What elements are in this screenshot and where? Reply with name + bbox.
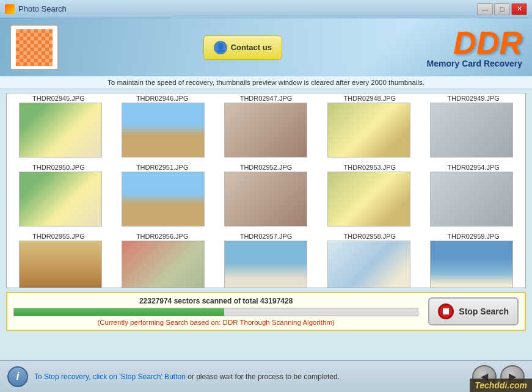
progress-bar-fill	[14, 308, 224, 316]
contact-label: Contact us	[231, 43, 272, 52]
thumb-image	[327, 241, 410, 288]
thumb-image	[122, 103, 205, 158]
stop-square	[443, 308, 449, 314]
thumb-item[interactable]	[214, 241, 317, 288]
checker-icon	[16, 29, 53, 66]
title-controls: — □ ✕	[477, 3, 527, 15]
thumb-filename-label: THDR02945.JPG	[7, 93, 111, 103]
info-bar: To maintain the speed of recovery, thumb…	[0, 76, 532, 89]
thumb-filename-label: THDR02946.JPG	[111, 93, 214, 103]
thumb-filename-label: THDR02959.JPG	[421, 231, 525, 241]
thumb-filename-label: THDR02953.JPG	[318, 162, 421, 172]
thumb-image	[224, 172, 307, 227]
thumb-image	[327, 103, 410, 158]
thumb-filename-label: THDR02954.JPG	[421, 162, 525, 172]
thumb-filename-label: THDR02958.JPG	[318, 231, 421, 241]
info-text: To maintain the speed of recovery, thumb…	[107, 79, 425, 86]
progress-area: 22327974 sectors scanned of total 431974…	[6, 292, 526, 331]
thumb-item[interactable]	[112, 241, 214, 288]
maximize-button[interactable]: □	[494, 3, 510, 15]
title-bar: Photo Search — □ ✕	[0, 0, 532, 18]
thumbnails-panel: THDR02945.JPGTHDR02946.JPGTHDR02947.JPGT…	[6, 93, 526, 288]
thumb-filename-label: THDR02955.JPG	[7, 231, 111, 241]
thumb-item[interactable]	[420, 172, 523, 227]
thumb-image	[19, 103, 102, 158]
thumb-image	[122, 172, 205, 227]
thumb-image	[430, 103, 513, 158]
brand-ddr: DDR	[427, 27, 522, 59]
close-button[interactable]: ✕	[511, 3, 527, 15]
info-icon: i	[7, 366, 28, 387]
stop-search-label: Stop Search	[459, 307, 509, 316]
thumb-filename-label: THDR02949.JPG	[421, 93, 525, 103]
thumb-item[interactable]	[318, 103, 420, 158]
stop-link-text: To Stop recovery, click on 'Stop Search'…	[34, 372, 186, 381]
thumb-image	[224, 241, 307, 288]
thumb-image	[224, 103, 307, 158]
thumb-image	[19, 241, 102, 288]
progress-bar-container	[13, 308, 418, 316]
progress-sectors-text: 22327974 sectors scanned of total 431974…	[13, 297, 418, 305]
title-text: Photo Search	[18, 4, 67, 13]
stop-search-button[interactable]: Stop Search	[428, 297, 519, 325]
thumb-image	[327, 172, 410, 227]
thumb-image	[430, 172, 513, 227]
thumb-item[interactable]	[9, 103, 112, 158]
thumb-item[interactable]	[214, 172, 317, 227]
thumb-filename-label: THDR02950.JPG	[7, 162, 111, 172]
thumb-item[interactable]	[318, 241, 420, 288]
header-logo	[10, 24, 59, 70]
thumb-image	[430, 241, 513, 288]
wait-text: or please wait for the process to be com…	[188, 372, 340, 381]
thumb-filename-label: THDR02947.JPG	[214, 93, 318, 103]
thumb-filename-label: THDR02956.JPG	[111, 231, 214, 241]
minimize-button[interactable]: —	[477, 3, 493, 15]
thumb-item[interactable]	[9, 241, 112, 288]
contact-button[interactable]: 👤 Contact us	[203, 35, 282, 60]
bottom-message: To Stop recovery, click on 'Stop Search'…	[34, 372, 466, 381]
title-bar-left: Photo Search	[5, 4, 67, 14]
progress-algo-text: (Currently performing Search based on: D…	[13, 319, 418, 326]
bottom-bar: i To Stop recovery, click on 'Stop Searc…	[0, 360, 532, 392]
thumb-item[interactable]	[318, 172, 420, 227]
progress-info: 22327974 sectors scanned of total 431974…	[13, 297, 418, 326]
thumb-image	[122, 241, 205, 288]
thumb-item[interactable]	[112, 172, 214, 227]
header-area: 👤 Contact us DDR Memory Card Recovery	[0, 18, 532, 76]
thumb-filename-label: THDR02948.JPG	[318, 93, 421, 103]
thumb-item[interactable]	[214, 103, 317, 158]
app-icon	[5, 4, 15, 14]
stop-icon	[438, 303, 454, 319]
contact-icon: 👤	[214, 41, 227, 54]
thumb-filename-label: THDR02952.JPG	[214, 162, 318, 172]
watermark: Techddi.com	[470, 379, 532, 392]
thumb-item[interactable]	[112, 103, 214, 158]
thumb-item[interactable]	[9, 172, 112, 227]
thumb-item[interactable]	[420, 103, 523, 158]
thumb-filename-label: THDR02957.JPG	[214, 231, 318, 241]
thumb-image	[19, 172, 102, 227]
brand-sub: Memory Card Recovery	[427, 59, 522, 68]
thumb-filename-label: THDR02951.JPG	[111, 162, 214, 172]
thumbnails-grid: THDR02945.JPGTHDR02946.JPGTHDR02947.JPGT…	[7, 93, 525, 288]
thumb-item[interactable]	[420, 241, 523, 288]
header-brand: DDR Memory Card Recovery	[427, 27, 522, 68]
header-center: 👤 Contact us	[59, 35, 427, 60]
